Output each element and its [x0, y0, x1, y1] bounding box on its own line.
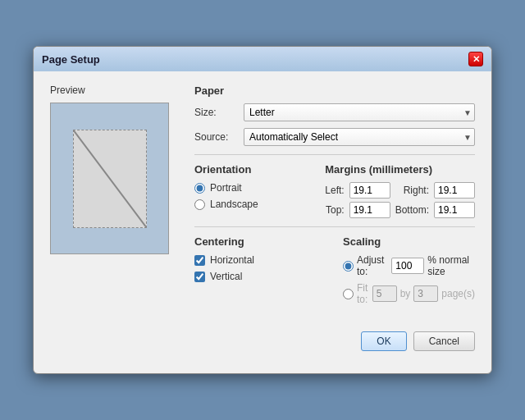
paper-preview	[73, 130, 147, 228]
portrait-radio-item[interactable]: Portrait	[194, 182, 308, 194]
bottom-margin-input[interactable]	[434, 202, 475, 218]
fit-label: Fit to:	[357, 282, 369, 305]
divider-1	[194, 154, 475, 155]
preview-box	[50, 103, 169, 254]
dialog-title: Page Setup	[42, 53, 100, 66]
dialog-footer: OK Cancel	[34, 323, 491, 363]
right-panel: Paper Size: Letter A4 Legal Executive ▼ …	[194, 84, 475, 310]
scaling-section-title: Scaling	[343, 235, 475, 248]
fit-pages: page(s)	[441, 288, 475, 299]
divider-2	[194, 226, 475, 227]
paper-section-title: Paper	[194, 84, 475, 97]
source-select[interactable]: Automatically Select Tray 1 Manual Feed	[244, 128, 475, 146]
title-bar: Page Setup ✕	[34, 47, 491, 71]
preview-label: Preview	[50, 84, 181, 96]
source-select-wrapper: Automatically Select Tray 1 Manual Feed …	[244, 128, 475, 146]
landscape-radio[interactable]	[194, 199, 205, 210]
adjust-radio[interactable]	[343, 261, 354, 272]
bottom-margin-label: Bottom:	[395, 204, 429, 216]
margins-grid: Left: Right: Top: Bottom:	[325, 182, 475, 218]
orientation-radio-group: Portrait Landscape	[194, 182, 308, 210]
vertical-label: Vertical	[210, 271, 242, 282]
fit-y-input[interactable]	[413, 285, 438, 302]
size-label: Size:	[194, 107, 244, 118]
right-margin-label: Right:	[395, 185, 429, 196]
vertical-checkbox[interactable]	[194, 272, 205, 282]
top-margin-input[interactable]	[349, 202, 390, 218]
centering-checkbox-group: Horizontal Vertical	[194, 254, 326, 282]
portrait-radio[interactable]	[194, 183, 205, 194]
margins-section-title: Margins (millimeters)	[325, 163, 475, 176]
left-margin-label: Left:	[325, 185, 344, 196]
cancel-button[interactable]: Cancel	[413, 331, 475, 351]
adjust-label: Adjust to:	[357, 254, 388, 277]
paper-source-row: Source: Automatically Select Tray 1 Manu…	[194, 128, 475, 146]
horizontal-label: Horizontal	[210, 254, 254, 266]
centering-scaling-row: Centering Horizontal Vertical	[194, 235, 475, 310]
fit-by: by	[400, 288, 411, 299]
orientation-col: Orientation Portrait Landscape	[194, 163, 308, 218]
adjust-suffix: % normal size	[427, 254, 475, 277]
fit-radio[interactable]	[343, 289, 354, 299]
margins-col: Margins (millimeters) Left: Right: Top: …	[325, 163, 475, 218]
left-margin-input[interactable]	[349, 182, 390, 199]
dialog-body: Preview Paper Size: Letter A4 Le	[34, 71, 491, 323]
paper-size-row: Size: Letter A4 Legal Executive ▼	[194, 103, 475, 121]
svg-line-0	[74, 130, 146, 226]
adjust-to-row: Adjust to: % normal size	[343, 254, 475, 277]
close-button[interactable]: ✕	[468, 52, 483, 66]
fit-to-row: Fit to: by page(s)	[343, 282, 475, 305]
fit-x-input[interactable]	[372, 285, 397, 302]
ok-button[interactable]: OK	[361, 331, 406, 351]
portrait-label: Portrait	[210, 182, 242, 194]
scaling-col: Scaling Adjust to: % normal size Fit to:…	[343, 235, 475, 310]
horizontal-checkbox-item[interactable]: Horizontal	[194, 254, 326, 266]
orientation-margins-row: Orientation Portrait Landscape	[194, 163, 475, 218]
orientation-section-title: Orientation	[194, 163, 308, 176]
page-setup-dialog: Page Setup ✕ Preview Paper Size:	[33, 46, 492, 374]
source-label: Source:	[194, 131, 244, 143]
landscape-radio-item[interactable]: Landscape	[194, 199, 308, 210]
landscape-label: Landscape	[210, 199, 258, 210]
horizontal-checkbox[interactable]	[194, 255, 205, 266]
size-select-wrapper: Letter A4 Legal Executive ▼	[244, 103, 475, 121]
centering-section-title: Centering	[194, 235, 326, 248]
centering-col: Centering Horizontal Vertical	[194, 235, 326, 310]
right-margin-input[interactable]	[434, 182, 475, 199]
adjust-input[interactable]	[391, 258, 424, 274]
vertical-checkbox-item[interactable]: Vertical	[194, 271, 326, 282]
top-margin-label: Top:	[325, 204, 344, 216]
preview-panel: Preview	[50, 84, 181, 310]
size-select[interactable]: Letter A4 Legal Executive	[244, 103, 475, 121]
